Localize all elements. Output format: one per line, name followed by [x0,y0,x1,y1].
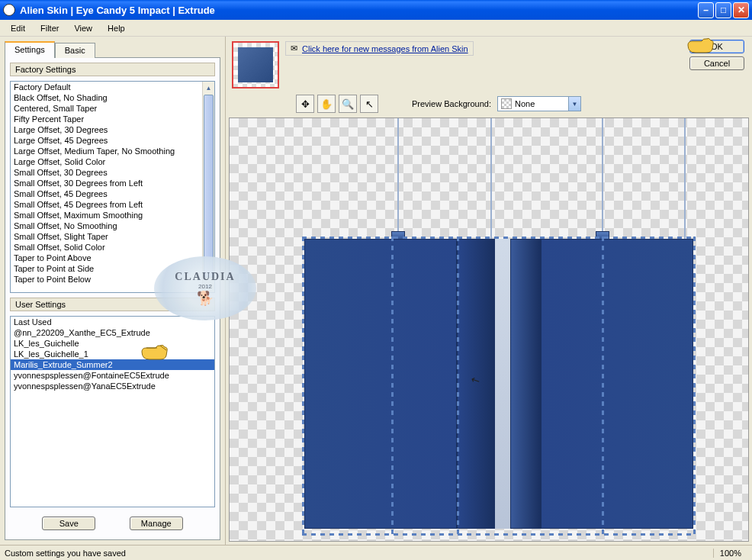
menu-edit[interactable]: Edit [5,22,31,34]
watermark-mascot-icon: 🐕 [197,290,214,307]
preview-thumbnail[interactable] [232,41,279,89]
scrollbar-thumb[interactable] [204,95,214,278]
list-item[interactable]: Fifty Percent Taper [11,114,214,124]
list-item[interactable]: Centered, Small Taper [11,103,214,114]
list-item[interactable]: yvonnespsplessen@FontaineEC5Extrude [11,370,214,381]
messages-link[interactable]: ✉ Click here for new messages from Alien… [285,41,474,56]
preview-bg-value: None [515,99,568,108]
pointer-tool-button[interactable]: ↖ [360,95,378,113]
factory-settings-header: Factory Settings [10,63,215,76]
envelope-icon: ✉ [291,43,297,53]
menu-help[interactable]: Help [101,22,131,34]
tab-settings[interactable]: Settings [5,41,55,58]
arrow-icon: ↖ [365,98,374,110]
selection-marquee [457,237,459,536]
watermark-name: CLAUDIA [175,271,235,283]
extrude-face [304,239,457,529]
menu-view[interactable]: View [68,22,98,34]
close-button[interactable]: ✕ [733,2,749,18]
list-item[interactable]: Small Offset, Solid Color [11,242,214,253]
app-icon [3,4,15,16]
menubar: Edit Filter View Help [0,20,752,37]
guide-line [490,118,492,239]
messages-link-text[interactable]: Click here for new messages from Alien S… [302,44,468,53]
manage-button[interactable]: Manage [130,517,183,530]
move-tool-button[interactable]: ✥ [296,95,314,113]
cancel-button[interactable]: Cancel [689,56,744,70]
watermark-year: 2012 [198,283,212,290]
watermark: CLAUDIA 2012 🐕 [154,256,256,320]
list-item[interactable]: Small Offset, 45 Degrees [11,188,214,199]
hand-icon: ✋ [320,98,333,110]
list-item[interactable]: Marilis_Extrude_Summer2 [11,359,214,370]
chevron-down-icon[interactable]: ▼ [568,97,580,111]
extrude-face [510,239,541,529]
list-item[interactable]: Large Offset, Medium Taper, No Smoothing [11,146,214,156]
list-item[interactable]: Small Offset, No Smoothing [11,220,214,231]
list-item[interactable]: Large Offset, 45 Degrees [11,135,214,146]
preview-bg-label: Preview Background: [412,99,491,108]
list-item[interactable]: LK_les_Guichelle [11,338,214,349]
list-item[interactable]: Black Offset, No Shading [11,92,214,103]
list-item[interactable]: Factory Default [11,82,214,92]
hand-tool-button[interactable]: ✋ [317,95,336,113]
zoom-level: 100% [713,549,747,558]
selection-marquee [602,237,604,536]
user-settings-list[interactable]: Last Used@nn_220209_Xanthe_EC5_ExtrudeLK… [10,316,215,507]
guide-line [602,118,603,239]
guide-line [684,118,686,239]
list-item[interactable]: Small Offset, Maximum Smoothing [11,210,214,220]
list-item[interactable]: Small Offset, 30 Degrees from Left [11,178,214,188]
list-item[interactable]: Small Offset, Slight Taper [11,231,214,242]
guide-line [397,118,399,239]
list-item[interactable]: Small Offset, 45 Degrees from Left [11,199,214,210]
minimize-button[interactable]: – [698,2,714,18]
maximize-button[interactable]: □ [715,2,731,18]
list-item[interactable]: Large Offset, 30 Degrees [11,124,214,135]
list-item[interactable]: LK_les_Guichelle_1 [11,349,214,359]
extrude-preview-object[interactable] [304,239,693,533]
transparency-swatch-icon [501,98,512,109]
titlebar: Alien Skin | Eye Candy 5 Impact | Extrud… [0,0,752,20]
move-icon: ✥ [301,98,310,110]
status-text: Custom settings you have saved [5,549,126,558]
magnifier-icon: 🔍 [342,98,354,110]
save-button[interactable]: Save [42,517,95,530]
list-item[interactable]: Large Offset, Solid Color [11,156,214,167]
preview-bg-combo[interactable]: None ▼ [497,96,581,111]
scroll-up-icon[interactable]: ▲ [203,82,214,94]
list-item[interactable]: @nn_220209_Xanthe_EC5_Extrude [11,327,214,338]
statusbar: Custom settings you have saved 100% [0,545,752,560]
ok-button[interactable]: OK [689,40,744,53]
selection-marquee [391,237,394,536]
menu-filter[interactable]: Filter [34,22,65,34]
zoom-tool-button[interactable]: 🔍 [339,95,357,113]
preview-area[interactable]: ↖ [229,117,749,542]
tab-basic[interactable]: Basic [55,43,95,58]
window-title: Alien Skin | Eye Candy 5 Impact | Extrud… [20,5,698,16]
list-item[interactable]: Small Offset, 30 Degrees [11,167,214,178]
list-item[interactable]: Last Used [11,317,214,327]
list-item[interactable]: yvonnespsplessen@YanaEC5Extrude [11,381,214,391]
extrude-face [541,239,693,529]
